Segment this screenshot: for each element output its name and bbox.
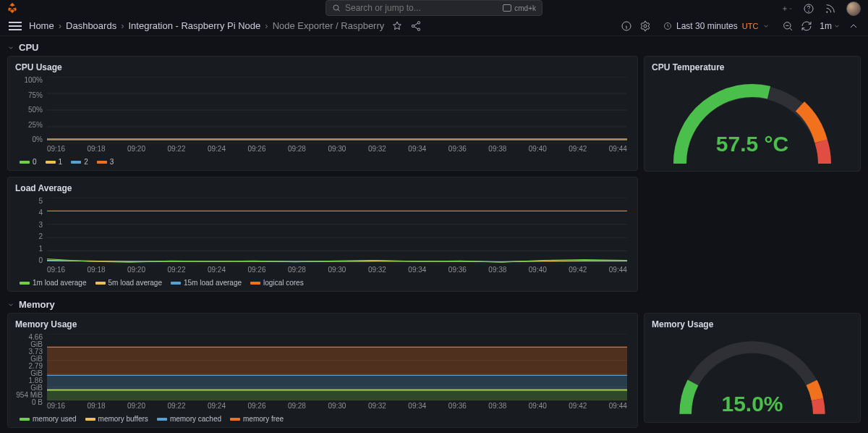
search-icon — [332, 4, 341, 12]
keyboard-icon — [503, 4, 511, 12]
gauge-value: 57.5 °C — [652, 132, 853, 156]
panel-load-average[interactable]: Load Average 5 4 3 2 1 0 — [7, 177, 638, 292]
svg-point-6 — [418, 28, 420, 30]
svg-point-5 — [412, 25, 414, 27]
toolbar: Home › Dashboards › Integration - Raspbe… — [0, 16, 868, 36]
legend-item[interactable]: 1m load average — [20, 279, 87, 287]
legend-item[interactable]: memory cached — [157, 415, 221, 423]
gear-icon — [639, 20, 651, 32]
refresh-button[interactable] — [801, 20, 812, 32]
share-icon — [410, 20, 422, 32]
time-range-picker[interactable]: Last 30 minutes UTC — [658, 19, 775, 33]
star-icon — [391, 20, 403, 32]
cycle-view-button[interactable] — [848, 20, 859, 32]
svg-rect-28 — [47, 347, 627, 375]
search-shortcut: cmd+k — [503, 4, 536, 12]
gauge: 57.5 °C — [652, 77, 853, 171]
y-axis: 100% 75% 50% 25% 0% — [15, 77, 47, 143]
breadcrumb-dashboards[interactable]: Dashboards — [66, 20, 116, 31]
breadcrumb-current: Node Exporter / Raspberry — [273, 20, 385, 31]
legend: memory used memory buffers memory cached… — [15, 415, 630, 423]
favorite-button[interactable] — [391, 20, 403, 32]
zoom-out-button[interactable] — [782, 20, 793, 32]
panel-title: Load Average — [15, 183, 630, 193]
gauge: 15.0% — [652, 334, 853, 421]
section-cpu-header[interactable]: CPU — [7, 39, 861, 56]
y-axis: 4.66 GiB 3.73 GiB 2.79 GiB 1.86 GiB 954 … — [15, 334, 47, 400]
section-cpu-label: CPU — [19, 42, 38, 53]
chart-plot — [47, 77, 627, 143]
legend: 0 1 2 3 — [15, 158, 630, 166]
panel-cpu-usage[interactable]: CPU Usage 100% 75% 50% 25% 0% — [7, 56, 638, 171]
x-axis: 09:1609:1809:2009:2209:2409:2609:2809:30… — [47, 402, 627, 412]
help-button[interactable] — [803, 3, 814, 14]
add-menu[interactable] — [781, 3, 793, 14]
top-right-icons — [781, 1, 861, 16]
legend-item[interactable]: logical cores — [250, 279, 304, 287]
info-icon — [621, 20, 632, 32]
zoom-out-icon — [782, 20, 793, 32]
top-bar: cmd+k — [0, 0, 868, 16]
refresh-interval-picker[interactable]: 1m — [820, 21, 841, 31]
share-button[interactable] — [410, 20, 422, 32]
section-memory-header[interactable]: Memory — [7, 296, 861, 313]
breadcrumb-folder[interactable]: Integration - Raspberry Pi Node — [128, 20, 260, 31]
svg-rect-31 — [47, 390, 627, 400]
section-memory-label: Memory — [19, 299, 55, 310]
news-button[interactable] — [825, 3, 836, 14]
plus-icon — [781, 3, 788, 14]
chevron-down-icon — [833, 22, 841, 30]
panel-memory-usage[interactable]: Memory Usage 4.66 GiB 3.73 GiB 2.79 GiB … — [7, 313, 638, 428]
help-icon — [803, 3, 814, 14]
user-avatar[interactable] — [846, 1, 861, 16]
chevron-up-icon — [848, 20, 859, 32]
svg-point-3 — [827, 12, 827, 12]
chevron-down-icon — [788, 5, 793, 12]
panel-memory-usage-gauge[interactable]: Memory Usage 15.0% — [644, 313, 861, 423]
x-axis: 09:1609:1809:2009:2209:2409:2609:2809:30… — [47, 145, 627, 155]
time-zone: UTC — [742, 22, 759, 30]
panel-title: Memory Usage — [652, 319, 853, 329]
legend-item[interactable]: 3 — [97, 158, 114, 166]
search-box[interactable]: cmd+k — [326, 0, 542, 16]
toolbar-right: Last 30 minutes UTC 1m — [621, 19, 859, 33]
legend-item[interactable]: 0 — [20, 158, 37, 166]
search-input[interactable] — [345, 3, 498, 13]
grafana-logo[interactable] — [6, 1, 19, 17]
dock-menu-button[interactable] — [9, 20, 22, 33]
dashboard-body: CPU CPU Usage 100% 75% 50% 25% 0% — [0, 36, 868, 433]
rss-icon — [825, 3, 836, 14]
refresh-icon — [801, 20, 812, 32]
legend-item[interactable]: 2 — [71, 158, 88, 166]
svg-point-4 — [418, 21, 420, 23]
chart-plot — [47, 198, 627, 264]
breadcrumbs: Home › Dashboards › Integration - Raspbe… — [29, 20, 384, 31]
panel-title: CPU Usage — [15, 62, 630, 72]
panel-title: CPU Temperature — [652, 62, 853, 72]
clock-icon — [663, 22, 672, 30]
legend-item[interactable]: 15m load average — [171, 279, 242, 287]
svg-point-8 — [644, 25, 647, 28]
legend: 1m load average 5m load average 15m load… — [15, 279, 630, 287]
legend-item[interactable]: 5m load average — [95, 279, 163, 287]
legend-item[interactable]: memory free — [230, 415, 284, 423]
svg-rect-29 — [47, 375, 627, 390]
legend-item[interactable]: memory used — [20, 415, 77, 423]
x-axis: 09:1609:1809:2009:2209:2409:2609:2809:30… — [47, 266, 627, 276]
dashboard-insights-button[interactable] — [621, 20, 632, 32]
legend-item[interactable]: memory buffers — [85, 415, 148, 423]
y-axis: 5 4 3 2 1 0 — [15, 198, 47, 264]
panel-cpu-temperature[interactable]: CPU Temperature 57.5 °C — [644, 56, 861, 172]
chevron-down-icon — [7, 301, 14, 308]
breadcrumb-home[interactable]: Home — [29, 20, 54, 31]
dashboard-settings-button[interactable] — [639, 20, 651, 32]
chart-plot — [47, 334, 627, 400]
chevron-down-icon — [7, 44, 14, 51]
svg-point-0 — [333, 5, 339, 10]
time-range-label: Last 30 minutes — [676, 21, 738, 31]
svg-point-2 — [809, 11, 809, 12]
legend-item[interactable]: 1 — [46, 158, 63, 166]
chevron-down-icon — [762, 22, 770, 30]
panel-title: Memory Usage — [15, 319, 630, 329]
refresh-interval-label: 1m — [820, 21, 832, 31]
